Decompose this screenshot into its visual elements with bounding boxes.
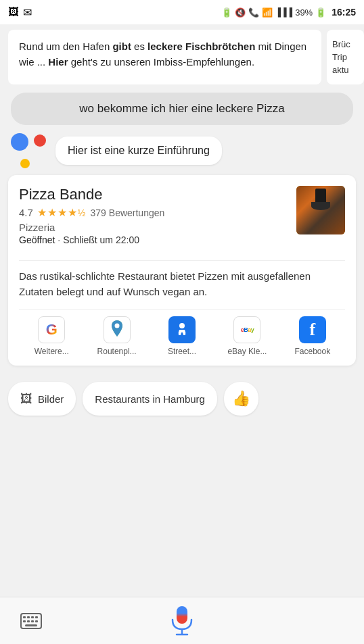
mic-svg [170,605,194,637]
svg-rect-5 [31,616,34,618]
facebook-icon: f [299,316,326,343]
bilder-icon: 🖼 [20,392,32,406]
query-text: wo bekomme ich hier eine leckere Pizza [79,102,284,115]
review-count: 379 Bewertungen [91,207,165,218]
ebay-icon: eBay [233,316,260,343]
signal-icon: ▐▐▐ [275,7,293,17]
card-right-line3: aktu [332,65,359,75]
card-right-line1: Brüc [332,39,359,49]
chip-restaurants-label: Restaurants in Hamburg [95,393,205,405]
closing-time: Schließt um 22:00 [63,234,139,245]
pizza-thumbnail [296,186,345,234]
status-icons-left: 🖼 ✉ [8,6,32,19]
chips-row: 🖼 Bilder Restaurants in Hamburg 👍 [0,375,364,422]
open-status: Geöffnet · Schließt um 22:00 [19,234,288,245]
battery-icon: 🔋 [315,7,326,18]
card-right-line2: Trip [332,52,359,62]
pizza-name: Pizza Bande [19,186,288,203]
action-maps[interactable]: Routenpl... [84,316,149,356]
lamp-decoration [315,189,326,205]
mic-container[interactable] [167,606,197,636]
bottom-bar [0,597,364,644]
assistant-response-text: Hier ist eine kurze Einführung [68,145,210,156]
bottom-spacer [0,422,364,476]
google-icon: G [38,316,65,343]
svg-rect-12 [177,606,187,624]
actions-row: G Weitere... Routenpl... [19,309,345,366]
ebay-text: eBay [241,326,254,333]
maps-svg [109,320,125,339]
facebook-f: f [309,320,315,340]
svg-rect-8 [27,620,30,622]
wifi-icon: 📶 [262,7,273,18]
keyboard-button[interactable] [16,606,46,636]
assistant-row: Hier ist eine kurze Einführung [11,133,353,168]
action-facebook[interactable]: f Facebook [280,316,345,356]
assistant-response: Hier ist eine kurze Einführung [55,137,222,165]
dot-yellow [20,159,30,168]
rating-row: 4.7 ★★★★½ 379 Bewertungen [19,206,288,219]
mute-icon: 🔇 [235,7,246,18]
chip-thumbsup[interactable]: 👍 [224,382,258,416]
dot-red [34,134,46,147]
action-maps-label: Routenpl... [97,347,137,356]
rating-number: 4.7 [19,207,33,218]
top-card-right: Brüc Trip aktu [327,30,364,84]
pizza-header: Pizza Bande 4.7 ★★★★½ 379 Bewertungen Pi… [19,186,345,252]
streetview-icon [168,316,196,343]
pizza-info: Pizza Bande 4.7 ★★★★½ 379 Bewertungen Pi… [19,186,288,252]
top-card-text: Rund um den Hafen gibt es leckere Fischb… [19,41,306,68]
open-label: Geöffnet [19,234,55,245]
pizza-description: Das rustikal-schlichte Restaurant bietet… [19,260,345,299]
action-ebay[interactable]: eBay eBay Kle... [214,316,279,356]
pizza-thumb-inner [296,186,345,234]
separator: · [58,234,63,245]
thumbsup-icon: 👍 [232,390,250,407]
clock: 16:25 [332,7,356,18]
action-streetview-label: Street... [168,347,196,356]
keyboard-icon [20,613,42,629]
svg-point-1 [179,323,185,328]
g-letter: G [46,321,58,339]
query-bubble: wo bekomme ich hier eine leckere Pizza [11,93,353,125]
chip-bilder[interactable]: 🖼 Bilder [8,382,76,416]
status-bar: 🖼 ✉ 🔋 🔇 📞 📶 ▐▐▐ 39% 🔋 16:25 [0,0,364,24]
svg-rect-7 [23,620,26,622]
battery-percent: 39% [295,7,313,18]
action-facebook-label: Facebook [294,347,330,356]
svg-rect-4 [27,616,30,618]
svg-rect-3 [23,616,26,618]
top-cards-row: Rund um den Hafen gibt es leckere Fischb… [0,30,364,84]
microphone-icon[interactable] [167,606,197,636]
chip-bilder-label: Bilder [38,393,64,405]
action-streetview[interactable]: Street... [150,316,214,356]
top-card-left: Rund um den Hafen gibt es leckere Fischb… [8,30,321,84]
action-ebay-label: eBay Kle... [227,347,267,356]
action-google-label: Weitere... [35,347,69,356]
status-icons-right: 🔋 🔇 📞 📶 ▐▐▐ 39% 🔋 16:25 [221,7,356,18]
call-icon: 📞 [248,7,259,18]
action-google[interactable]: G Weitere... [19,316,84,356]
battery-warning-icon: 🔋 [221,7,232,18]
pizza-card: Pizza Bande 4.7 ★★★★½ 379 Bewertungen Pi… [8,175,356,366]
maps-icon [104,316,131,343]
svg-rect-9 [31,620,34,622]
image-icon: 🖼 [8,6,19,18]
dot-blue [11,133,28,151]
streetview-svg [174,322,190,338]
email-icon: ✉ [23,6,32,19]
svg-rect-11 [25,624,37,626]
svg-rect-10 [35,620,38,622]
stars-icon: ★★★★½ [37,206,87,219]
svg-rect-6 [35,616,38,618]
scroll-area: Rund um den Hafen gibt es leckere Fischb… [0,30,364,476]
svg-point-0 [114,324,119,328]
pizza-type: Pizzeria [19,222,288,233]
chip-restaurants[interactable]: Restaurants in Hamburg [83,382,217,416]
google-assistant-logo [11,133,46,168]
